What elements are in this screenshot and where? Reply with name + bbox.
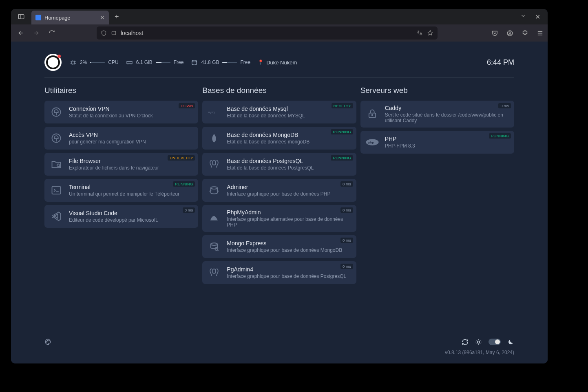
sidebar-toggle-icon[interactable]: [11, 9, 31, 24]
service-card[interactable]: CaddySert le code situé dans le dossier …: [360, 101, 514, 128]
card-title: File Browser: [69, 158, 159, 164]
browser-tab[interactable]: Homepage ✕: [31, 11, 109, 24]
status-badge: 0 ms: [340, 238, 353, 243]
svg-rect-2: [112, 31, 115, 35]
svg-point-17: [371, 115, 373, 116]
card-title: Terminal: [69, 184, 179, 190]
svg-rect-5: [72, 61, 75, 64]
service-card[interactable]: File BrowserExplorateur de fichiers dans…: [44, 153, 198, 176]
reload-button[interactable]: [46, 27, 57, 39]
service-card[interactable]: PhpMyAdminInterface graphique alternativ…: [202, 205, 356, 232]
new-tab-button[interactable]: +: [115, 13, 119, 21]
shield-icon: [101, 30, 107, 36]
svg-rect-1: [18, 15, 20, 19]
service-card[interactable]: Base de données PostgresQLEtat de la bas…: [202, 153, 356, 176]
homepage: 2% CPU 6.1 GiB Free 41.8 GB Free: [11, 42, 548, 363]
disk-icon: [191, 59, 198, 66]
extensions-icon[interactable]: [522, 30, 528, 37]
service-card[interactable]: Connexion VPNStatut de la connexion au V…: [44, 101, 198, 123]
column-title: Utilitaires: [44, 86, 198, 95]
pocket-icon[interactable]: [491, 30, 498, 37]
svg-text:php: php: [368, 141, 374, 144]
card-title: Mongo Express: [227, 240, 342, 247]
terminal-icon: [49, 183, 63, 197]
vpn-icon: [49, 105, 63, 119]
page-footer: [44, 326, 514, 346]
card-desc: pour générer ma configuration VPN: [69, 139, 146, 145]
card-title: Base de données Mysql: [227, 106, 305, 112]
column-0: UtilitairesConnexion VPNStatut de la con…: [44, 86, 198, 284]
version-text: v0.8.13 (986a181, May 6, 2024): [44, 350, 514, 355]
column-2: Serveurs webCaddySert le code situé dans…: [360, 86, 514, 284]
mongodb-icon: [207, 131, 221, 145]
back-button[interactable]: [15, 27, 27, 39]
status-badge: RUNNING: [331, 129, 353, 134]
service-card[interactable]: Visual Studio CodeEditeur de code dévelo…: [44, 205, 198, 228]
column-title: Serveurs web: [360, 86, 514, 95]
tab-bar: Homepage ✕ + ✕: [11, 9, 548, 24]
column-title: Bases de données: [202, 86, 356, 95]
svg-point-14: [211, 243, 217, 245]
sun-icon[interactable]: [475, 339, 482, 346]
forward-button[interactable]: [31, 27, 42, 39]
svg-point-20: [46, 341, 47, 342]
card-title: PgAdmin4: [227, 266, 346, 273]
card-title: Base de données MongoDB: [227, 132, 309, 138]
translate-icon[interactable]: [416, 30, 423, 36]
card-title: Accès VPN: [69, 132, 146, 138]
system-stats: 2% CPU 6.1 GiB Free 41.8 GB Free: [70, 59, 297, 66]
account-icon[interactable]: [506, 30, 513, 37]
card-title: Caddy: [385, 105, 509, 111]
menu-icon[interactable]: [537, 30, 544, 37]
vpn-icon: [49, 131, 63, 145]
service-card[interactable]: phpPHPPHP-FPM 8.3RUNNING: [360, 131, 514, 154]
service-card[interactable]: PgAdmin4Interface graphique pour base de…: [202, 261, 356, 284]
page-info-icon: [111, 30, 117, 36]
folder-search-icon: [49, 157, 63, 171]
card-title: PHP: [385, 136, 415, 142]
browser-toolbar: localhost: [11, 24, 548, 42]
palette-icon[interactable]: [44, 338, 52, 346]
theme-toggle[interactable]: [489, 339, 501, 345]
card-desc: Etat de la base de données mongoDB: [227, 139, 309, 145]
url-bar[interactable]: localhost: [97, 26, 438, 40]
close-window-icon[interactable]: ✕: [535, 13, 540, 21]
service-card[interactable]: Accès VPNpour générer ma configuration V…: [44, 127, 198, 150]
status-badge: 0 ms: [498, 103, 511, 108]
status-badge: 0 ms: [183, 207, 195, 213]
adminer-icon: [207, 183, 221, 197]
card-desc: Interface graphique pour base de données…: [227, 247, 342, 253]
card-desc: Etat de la base de données PostgresQL: [227, 165, 314, 171]
user-name: Duke Nukem: [266, 59, 297, 66]
postgres-icon: [207, 157, 221, 171]
mem-value: 6.1 GiB: [136, 59, 153, 65]
card-title: Visual Studio Code: [69, 210, 158, 216]
cpu-label: CPU: [108, 59, 118, 65]
favicon-icon: [35, 15, 41, 20]
column-1: Bases de donnéesMySQLBase de données Mys…: [202, 86, 356, 284]
card-title: Base de données PostgresQL: [227, 158, 314, 164]
app-logo[interactable]: [44, 54, 62, 71]
refresh-icon[interactable]: [462, 339, 469, 346]
service-card[interactable]: TerminalUn terminal qui permet de manipu…: [44, 179, 198, 202]
mem-label: Free: [174, 59, 184, 65]
close-tab-icon[interactable]: ✕: [100, 14, 105, 21]
pgadmin-icon: [207, 266, 221, 280]
moon-icon[interactable]: [507, 339, 514, 346]
status-badge: HEALTHY: [332, 103, 353, 108]
tabs-dropdown-icon[interactable]: [520, 13, 526, 21]
browser-window: Homepage ✕ + ✕ localhost: [11, 9, 548, 363]
service-card[interactable]: Mongo ExpressInterface graphique pour ba…: [202, 235, 356, 258]
service-card[interactable]: MySQLBase de données MysqlEtat de la bas…: [202, 101, 356, 123]
url-text: localhost: [121, 30, 412, 36]
phpmyadmin-icon: [207, 211, 221, 225]
card-desc: Statut de la connexion au VPN O'clock: [69, 113, 153, 119]
svg-point-7: [192, 60, 197, 62]
ram-icon: [126, 59, 133, 66]
mongoexp-icon: [207, 240, 221, 253]
service-card[interactable]: AdminerInterface graphique pour base de …: [202, 179, 356, 202]
service-card[interactable]: Base de données MongoDBEtat de la base d…: [202, 127, 356, 150]
bookmark-icon[interactable]: [427, 30, 433, 36]
card-desc: PHP-FPM 8.3: [385, 143, 415, 149]
cpu-pct: 2%: [80, 59, 87, 65]
